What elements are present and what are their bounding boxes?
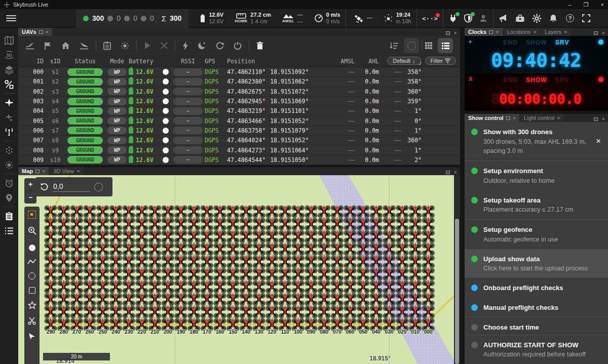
show-control-item[interactable]: Setup geofenceAutomatic geofence in use bbox=[465, 219, 608, 249]
show-control-item[interactable]: Upload show dataClick here to start the … bbox=[465, 249, 608, 278]
fit-drones-icon[interactable] bbox=[94, 183, 103, 191]
tab-locations[interactable]: Locations× bbox=[504, 28, 541, 36]
draw-rectangle-tool-icon[interactable] bbox=[29, 287, 35, 294]
close-tab-icon[interactable]: × bbox=[46, 29, 49, 35]
rotate-reset-icon[interactable] bbox=[40, 183, 49, 191]
draw-circle-tool-icon[interactable] bbox=[28, 272, 35, 279]
tab-3d-view[interactable]: 3D View× bbox=[50, 167, 83, 175]
close-tab-icon[interactable]: × bbox=[564, 29, 567, 35]
uav-panel-close-icon[interactable]: × bbox=[454, 30, 457, 36]
table-row[interactable]: 005s6GROUNDWP12.6V—DGPS47.4863466°18.915… bbox=[18, 116, 460, 126]
close-tab-icon[interactable]: × bbox=[534, 29, 537, 35]
show-control-item[interactable]: Show with 300 drones300 drones, 5:03, ma… bbox=[465, 122, 608, 160]
clocks-panel-close-icon[interactable]: × bbox=[602, 30, 605, 36]
help-icon[interactable]: ? bbox=[566, 14, 574, 22]
notifications-bell-icon[interactable] bbox=[549, 14, 558, 23]
fullscreen-icon[interactable] bbox=[582, 14, 590, 22]
sidebar-show-control-icon[interactable] bbox=[0, 209, 18, 223]
float-panel-icon[interactable] bbox=[489, 30, 493, 34]
return-home-button[interactable] bbox=[61, 42, 70, 50]
draw-path-tool-icon[interactable] bbox=[27, 259, 36, 265]
float-panel-icon[interactable] bbox=[35, 170, 40, 173]
sleep-button[interactable] bbox=[198, 42, 206, 50]
show-control-item[interactable]: Setup takeoff areaPlacement accuracy ≤ 2… bbox=[465, 190, 608, 219]
takeoff-button[interactable] bbox=[25, 42, 34, 50]
table-row[interactable]: 008s9GROUNDWP12.6V—DGPS47.4864273°18.915… bbox=[18, 145, 460, 155]
float-panel-icon[interactable] bbox=[39, 30, 43, 34]
show-control-item[interactable]: Onboard preflight checks bbox=[465, 278, 608, 298]
checklist-button[interactable] bbox=[103, 42, 111, 50]
col-id[interactable]: ID bbox=[18, 58, 46, 65]
power-off-button[interactable] bbox=[234, 42, 242, 50]
col-amsl[interactable]: AMSL bbox=[326, 58, 355, 65]
col-battery[interactable]: Battery bbox=[129, 58, 160, 65]
show-control-item[interactable]: Manual preflight checks bbox=[465, 298, 608, 317]
edit-feature-tool-icon[interactable] bbox=[28, 333, 35, 340]
remove-show-icon[interactable]: × bbox=[594, 136, 601, 146]
close-tab-icon[interactable]: × bbox=[496, 29, 499, 35]
col-sid[interactable]: sID bbox=[46, 58, 65, 65]
authorize-show-item[interactable]: AUTHORIZE START OF SHOW Authorization re… bbox=[465, 335, 608, 364]
close-tab-icon[interactable]: × bbox=[77, 168, 80, 174]
minimize-button[interactable]: – bbox=[568, 0, 572, 9]
table-row[interactable]: 004s5GROUNDWP12.6V—DGPS47.4863219°18.915… bbox=[18, 106, 460, 116]
map-zoom-control[interactable]: + − bbox=[24, 178, 36, 204]
tab-light-control[interactable]: Light control× bbox=[520, 114, 563, 122]
zoom-region-tool-icon[interactable] bbox=[28, 226, 36, 235]
power-connection-icon[interactable] bbox=[448, 14, 458, 23]
table-row[interactable]: 002s3GROUNDWP12.6V—DGPS47.4862675°18.915… bbox=[18, 87, 460, 97]
toolbox-icon[interactable] bbox=[515, 14, 525, 23]
list-view-button[interactable] bbox=[438, 38, 453, 53]
flash-lights-button[interactable] bbox=[182, 42, 188, 50]
close-tab-icon[interactable]: × bbox=[513, 115, 516, 121]
safety-shield-icon[interactable] bbox=[464, 14, 473, 23]
sidebar-log-icon[interactable] bbox=[0, 223, 18, 238]
clocks-panel-maximize-icon[interactable] bbox=[594, 31, 598, 35]
settings-gear-icon[interactable] bbox=[532, 14, 542, 23]
sidebar-map-icon[interactable] bbox=[0, 33, 18, 48]
reboot-button[interactable] bbox=[216, 42, 224, 50]
selection-mode-button[interactable] bbox=[404, 38, 419, 53]
maximize-button[interactable]: ❐ bbox=[584, 0, 589, 9]
lights-button[interactable] bbox=[121, 42, 129, 50]
col-ahl[interactable]: AHL bbox=[355, 58, 379, 65]
tab-clocks[interactable]: Clocks× bbox=[465, 28, 503, 36]
sidebar-show-route-icon[interactable] bbox=[0, 77, 18, 92]
tab-show-control[interactable]: Show control× bbox=[465, 114, 519, 122]
map-scrollbar[interactable] bbox=[454, 175, 460, 364]
sort-icon[interactable] bbox=[390, 42, 399, 50]
grid-view-button[interactable] bbox=[425, 42, 433, 50]
menu-icon[interactable] bbox=[6, 15, 16, 21]
uav-panel-maximize-icon[interactable] bbox=[446, 31, 450, 35]
sidebar-swarm-icon[interactable] bbox=[0, 143, 18, 157]
user-icon[interactable] bbox=[479, 14, 488, 23]
zoom-out-button[interactable]: − bbox=[24, 191, 36, 204]
col-rssi[interactable]: RSSI bbox=[171, 58, 205, 65]
show-panel-close-icon[interactable]: × bbox=[602, 116, 605, 122]
close-tab-icon[interactable]: × bbox=[42, 168, 45, 174]
flag-button[interactable] bbox=[44, 42, 52, 50]
table-row[interactable]: 003s4GROUNDWP12.6V—DGPS47.4862945°18.915… bbox=[18, 97, 460, 106]
table-row[interactable]: 007s8GROUNDWP12.6V—DGPS47.4864024°18.915… bbox=[18, 136, 460, 145]
map-panel-close-icon[interactable]: × bbox=[454, 169, 457, 175]
start-mission-button[interactable] bbox=[144, 42, 151, 50]
close-button[interactable]: × bbox=[601, 0, 604, 9]
table-row[interactable]: 009s10GROUNDWP12.6V—DGPS47.4864544°18.91… bbox=[18, 155, 460, 165]
server-connection-icon[interactable]: <··> bbox=[422, 15, 438, 22]
tab-uavs[interactable]: UAVs× bbox=[18, 28, 52, 36]
map-scrollbar-thumb[interactable] bbox=[455, 219, 459, 364]
table-row[interactable]: 001s2GROUNDWP12.6V—DGPS47.4862380°18.915… bbox=[18, 77, 460, 87]
sidebar-uav-details-icon[interactable] bbox=[0, 110, 18, 125]
map-view[interactable]: 2992982972962952942932922912892882872862… bbox=[18, 175, 460, 364]
tab-map[interactable]: Map× bbox=[18, 167, 49, 175]
remove-button[interactable] bbox=[256, 42, 263, 50]
close-tab-icon[interactable]: × bbox=[557, 115, 560, 121]
sidebar-layers-icon[interactable] bbox=[0, 62, 18, 77]
sidebar-locations-icon[interactable] bbox=[0, 190, 18, 205]
col-status[interactable]: Status bbox=[65, 58, 105, 65]
sidebar-uavs-icon[interactable] bbox=[0, 95, 18, 110]
map-panel-maximize-icon[interactable] bbox=[446, 171, 450, 174]
filter-button[interactable]: Filter bbox=[425, 57, 456, 65]
sort-preset-button[interactable]: Default↓ bbox=[387, 57, 421, 65]
col-position[interactable]: Position bbox=[227, 58, 326, 65]
